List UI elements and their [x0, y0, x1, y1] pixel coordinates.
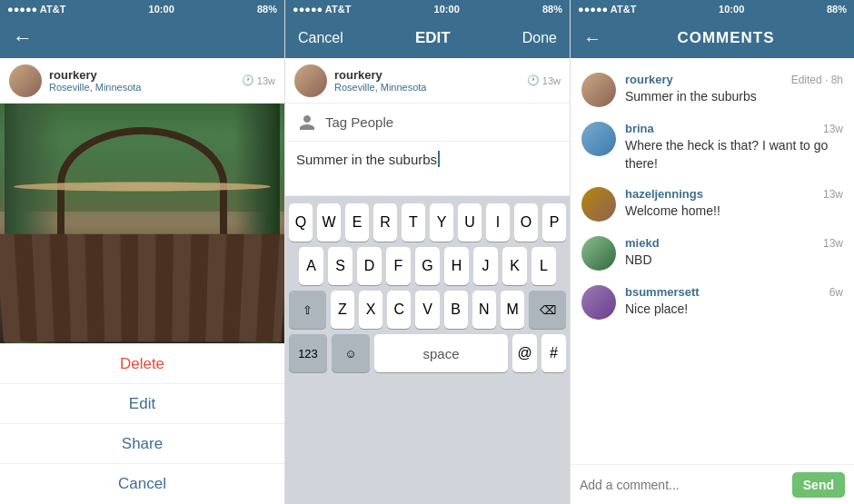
- edit-title: EDIT: [415, 29, 451, 47]
- key-r[interactable]: R: [373, 203, 397, 242]
- signal-2: ●●●●● AT&T: [293, 4, 351, 15]
- key-emoji[interactable]: ☺: [332, 334, 370, 372]
- key-b[interactable]: B: [444, 291, 468, 329]
- location-2: Roseville, Minnesota: [334, 82, 527, 93]
- edit-button[interactable]: Edit: [0, 384, 284, 424]
- panel-comments: ●●●●● AT&T 10:00 88% ← COMMENTS rourkery…: [571, 0, 854, 504]
- panel-edit-caption: ●●●●● AT&T 10:00 88% Cancel EDIT Done ro…: [285, 0, 571, 504]
- comment-header: brina 13w: [625, 122, 843, 135]
- text-cursor: [438, 151, 440, 167]
- key-o[interactable]: O: [514, 203, 538, 242]
- comment-header: hazeljennings 13w: [625, 187, 843, 201]
- key-c[interactable]: C: [387, 291, 411, 329]
- key-hash[interactable]: #: [541, 334, 566, 372]
- username-1: rourkery: [49, 68, 242, 82]
- user-info-2: rourkery Roseville, Minnesota: [334, 68, 527, 93]
- comment-text: Nice place!: [625, 301, 843, 319]
- send-button[interactable]: Send: [792, 472, 845, 498]
- comment-text: NBD: [625, 252, 843, 270]
- key-q[interactable]: Q: [289, 203, 313, 242]
- tag-people-label: Tag People: [325, 114, 393, 130]
- comments-list: rourkery Edited · 8h Summer in the subur…: [571, 58, 854, 464]
- battery-1: 88%: [257, 4, 277, 15]
- user-header-2: rourkery Roseville, Minnesota 🕐 13w: [285, 58, 570, 104]
- key-p[interactable]: P: [542, 203, 566, 242]
- comment-username[interactable]: rourkery: [625, 73, 673, 86]
- comment-item: bsummersett 6w Nice place!: [571, 278, 854, 327]
- comments-title: COMMENTS: [611, 29, 841, 47]
- deck-floor: [0, 234, 284, 341]
- done-button[interactable]: Done: [522, 30, 557, 46]
- nav-bar-1: ←: [0, 18, 284, 58]
- back-button-1[interactable]: ←: [13, 26, 33, 50]
- comment-item: hazeljennings 13w Welcome home!!: [571, 180, 854, 229]
- comment-username[interactable]: hazeljennings: [625, 187, 703, 201]
- cancel-edit-button[interactable]: Cancel: [298, 30, 343, 46]
- cancel-button-1[interactable]: Cancel: [0, 464, 284, 504]
- comment-username[interactable]: brina: [625, 122, 654, 135]
- key-x[interactable]: X: [359, 291, 382, 329]
- time-3: 10:00: [719, 4, 744, 15]
- key-a[interactable]: A: [299, 247, 323, 285]
- caption-area[interactable]: Summer in the suburbs: [285, 142, 570, 196]
- clock-icon-2: 🕐: [527, 74, 540, 86]
- key-space[interactable]: space: [374, 334, 508, 372]
- comment-content: bsummersett 6w Nice place!: [625, 285, 843, 319]
- add-comment-input[interactable]: [580, 478, 785, 492]
- key-j[interactable]: J: [473, 247, 498, 285]
- signal-3: ●●●●● AT&T: [578, 4, 636, 15]
- key-v[interactable]: V: [415, 291, 439, 329]
- signal-1: ●●●●● AT&T: [7, 4, 65, 15]
- key-delete[interactable]: ⌫: [529, 291, 566, 329]
- delete-button[interactable]: Delete: [0, 344, 284, 384]
- person-icon: [298, 114, 316, 132]
- keyboard: Q W E R T Y U I O P A S D F G H J K L ⇧ …: [285, 196, 570, 504]
- key-k[interactable]: K: [502, 247, 527, 285]
- status-bar-2: ●●●●● AT&T 10:00 88%: [285, 0, 570, 18]
- key-f[interactable]: F: [386, 247, 411, 285]
- edit-nav: Cancel EDIT Done: [285, 18, 570, 58]
- key-l[interactable]: L: [531, 247, 556, 285]
- share-button[interactable]: Share: [0, 424, 284, 464]
- key-t[interactable]: T: [402, 203, 425, 242]
- comment-avatar: [581, 122, 616, 156]
- key-e[interactable]: E: [345, 203, 369, 242]
- time-badge-2: 🕐 13w: [527, 74, 561, 86]
- location-1: Roseville, Minnesota: [49, 82, 242, 93]
- keyboard-row-3: ⇧ Z X C V B N M ⌫: [289, 291, 566, 329]
- key-i[interactable]: I: [486, 203, 510, 242]
- comment-username[interactable]: bsummersett: [625, 285, 700, 299]
- key-d[interactable]: D: [357, 247, 382, 285]
- key-u[interactable]: U: [458, 203, 482, 242]
- comments-nav: ← COMMENTS: [571, 18, 854, 58]
- username-2: rourkery: [334, 68, 527, 82]
- key-m[interactable]: M: [501, 291, 524, 329]
- key-shift[interactable]: ⇧: [289, 291, 326, 329]
- time-badge-1: 🕐 13w: [242, 74, 275, 86]
- key-y[interactable]: Y: [430, 203, 453, 242]
- comment-text: Welcome home!!: [625, 203, 843, 221]
- tag-people-row[interactable]: Tag People: [285, 104, 570, 142]
- comment-content: miekd 13w NBD: [625, 236, 843, 270]
- key-z[interactable]: Z: [331, 291, 354, 329]
- comment-username[interactable]: miekd: [625, 236, 660, 250]
- key-n[interactable]: N: [472, 291, 496, 329]
- time-1: 10:00: [149, 4, 174, 15]
- comment-content: hazeljennings 13w Welcome home!!: [625, 187, 843, 221]
- keyboard-row-bottom: 123 ☺ space @ #: [289, 334, 566, 372]
- time-ago-2: 13w: [542, 75, 561, 86]
- comment-time: 6w: [829, 286, 843, 299]
- comment-text: Where the heck is that? I want to go the…: [625, 137, 843, 173]
- key-numbers[interactable]: 123: [289, 334, 327, 372]
- comments-back-button[interactable]: ←: [583, 28, 601, 49]
- keyboard-row-2: A S D F G H J K L: [289, 247, 566, 285]
- key-h[interactable]: H: [444, 247, 469, 285]
- key-g[interactable]: G: [415, 247, 440, 285]
- comment-header: rourkery Edited · 8h: [625, 73, 843, 86]
- key-w[interactable]: W: [317, 203, 341, 242]
- tag-icon: [296, 112, 318, 133]
- key-at[interactable]: @: [512, 334, 537, 372]
- key-s[interactable]: S: [328, 247, 353, 285]
- comment-item: rourkery Edited · 8h Summer in the subur…: [571, 65, 854, 114]
- clock-icon-1: 🕐: [242, 74, 254, 86]
